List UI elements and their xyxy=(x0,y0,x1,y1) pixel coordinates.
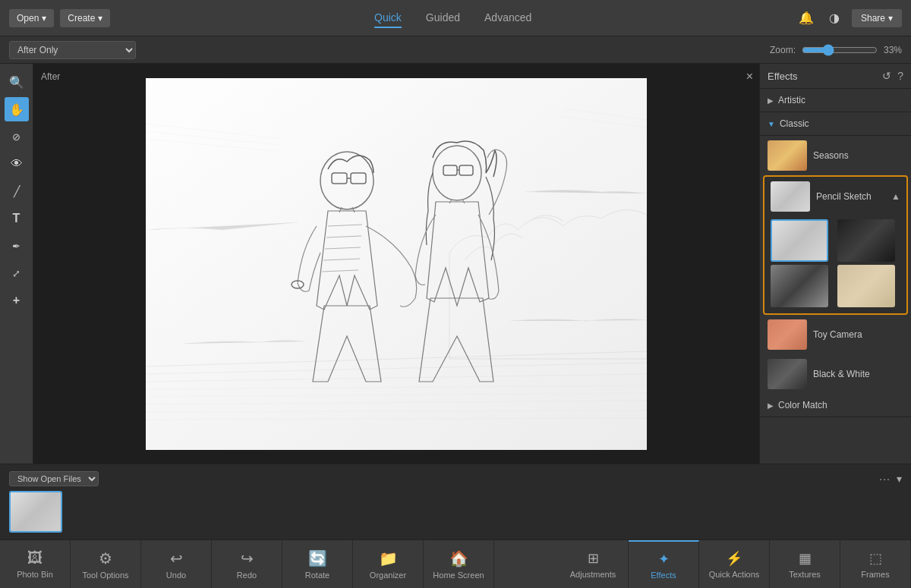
variant-4-thumbnail[interactable] xyxy=(837,265,895,307)
variant-2-thumbnail[interactable] xyxy=(837,219,895,262)
top-bar: Open ▾ Create ▾ Quick Guided Advanced 🔔 … xyxy=(0,0,911,36)
zoom-label: Zoom: xyxy=(770,45,796,55)
taskbar-textures[interactable]: ▦ Textures xyxy=(770,540,840,588)
toy-camera-effect-item[interactable]: Toy Camera xyxy=(760,315,911,354)
strip-controls: Show Open Files Show All ··· ▾ xyxy=(9,471,902,486)
taskbar-home-screen[interactable]: 🏠 Home Screen xyxy=(424,540,494,588)
textures-icon: ▦ xyxy=(799,550,812,567)
strip-more-button[interactable]: ··· xyxy=(879,473,891,485)
canvas-close-button[interactable]: × xyxy=(746,70,753,83)
effects-icon: ✦ xyxy=(658,551,670,568)
eye-tool[interactable]: 👁 xyxy=(5,152,29,176)
top-bar-right: 🔔 ◑ Share ▾ xyxy=(796,8,902,28)
classic-section: ▼ Classic Seasons Pencil Sketch ▲ xyxy=(760,112,911,394)
taskbar: 🖼 Photo Bin ⚙ Tool Options ↩ Undo ↪ Redo… xyxy=(0,539,911,588)
add-tool[interactable]: + xyxy=(5,288,29,313)
black-white-thumbnail xyxy=(768,359,807,389)
redo-icon: ↪ xyxy=(241,549,254,568)
create-chevron-icon: ▾ xyxy=(98,13,102,24)
photo-bin-label: Photo Bin xyxy=(17,570,53,579)
nav-tabs: Quick Guided Advanced xyxy=(110,8,796,28)
black-white-label: Black & White xyxy=(813,369,870,379)
brush-tool[interactable]: ╱ xyxy=(5,179,29,203)
panel-help-icon[interactable]: ? xyxy=(897,70,903,82)
toy-camera-thumbnail xyxy=(768,319,807,350)
strip-collapse-button[interactable]: ▾ xyxy=(897,473,902,485)
seasons-label: Seasons xyxy=(813,150,849,161)
seasons-effect-item[interactable]: Seasons xyxy=(760,136,911,175)
taskbar-effects[interactable]: ✦ Effects xyxy=(629,540,699,588)
quick-actions-icon: ⚡ xyxy=(726,550,742,567)
canvas-area: After × xyxy=(33,64,759,464)
view-select[interactable]: After Only Before Only Before & After Ho… xyxy=(9,41,136,59)
undo-label: Undo xyxy=(166,571,186,580)
hand-tool[interactable]: ✋ xyxy=(5,97,29,121)
notifications-icon[interactable]: 🔔 xyxy=(796,8,817,28)
textures-label: Textures xyxy=(789,570,821,579)
black-white-effect-item[interactable]: Black & White xyxy=(760,354,911,394)
color-match-section-header[interactable]: ▶ Color Match xyxy=(760,394,911,417)
theme-icon[interactable]: ◑ xyxy=(826,8,843,28)
effects-label: Effects xyxy=(651,571,676,580)
taskbar-frames[interactable]: ⬚ Frames xyxy=(840,540,911,588)
share-label: Share xyxy=(861,13,885,24)
taskbar-photo-bin[interactable]: 🖼 Photo Bin xyxy=(0,540,71,588)
strip-view-select[interactable]: Show Open Files Show All xyxy=(9,471,99,486)
pencil-sketch-label: Pencil Sketch xyxy=(816,191,872,202)
strip-thumbnails xyxy=(9,491,902,533)
open-chevron-icon: ▾ xyxy=(42,13,46,24)
redo-label: Redo xyxy=(237,571,257,580)
panel-title: Effects xyxy=(768,71,798,82)
quick-select-tool[interactable]: ⊘ xyxy=(5,124,29,149)
tab-guided[interactable]: Guided xyxy=(426,8,460,28)
rotate-icon: 🔄 xyxy=(308,549,327,568)
tab-advanced[interactable]: Advanced xyxy=(484,8,531,28)
zoom-tool[interactable]: 🔍 xyxy=(5,70,29,94)
classic-section-header[interactable]: ▼ Classic xyxy=(760,112,911,136)
taskbar-quick-actions[interactable]: ⚡ Quick Actions xyxy=(699,540,770,588)
share-button[interactable]: Share ▾ xyxy=(852,9,902,27)
classic-label: Classic xyxy=(780,118,809,129)
create-button[interactable]: Create ▾ xyxy=(60,9,110,27)
tab-quick[interactable]: Quick xyxy=(374,8,402,28)
rotate-label: Rotate xyxy=(305,571,329,580)
main-area: 🔍 ✋ ⊘ 👁 ╱ T ✒ ⤢ + After × xyxy=(0,64,911,464)
undo-icon: ↩ xyxy=(170,549,183,568)
quick-actions-label: Quick Actions xyxy=(709,570,760,579)
taskbar-undo[interactable]: ↩ Undo xyxy=(141,540,212,588)
crop-tool[interactable]: ⤢ xyxy=(5,261,29,285)
toy-camera-label: Toy Camera xyxy=(813,329,862,340)
frames-label: Frames xyxy=(861,570,889,579)
type-tool[interactable]: T xyxy=(5,206,29,231)
panel-refresh-icon[interactable]: ↺ xyxy=(882,70,891,82)
frames-icon: ⬚ xyxy=(869,550,882,567)
artistic-section-header[interactable]: ▶ Artistic xyxy=(760,89,911,112)
pencil-sketch-header[interactable]: Pencil Sketch ▲ xyxy=(764,177,906,216)
svg-rect-1 xyxy=(146,78,647,450)
pencil-sketch-collapse-icon: ▲ xyxy=(891,191,900,202)
home-screen-icon: 🏠 xyxy=(449,549,468,568)
strip-thumb-1[interactable] xyxy=(9,491,62,533)
tool-options-label: Tool Options xyxy=(82,571,128,580)
taskbar-adjustments[interactable]: ⊞ Adjustments xyxy=(558,540,629,588)
color-match-section: ▶ Color Match xyxy=(760,394,911,417)
variant-3-thumbnail[interactable] xyxy=(771,265,828,307)
share-chevron-icon: ▾ xyxy=(888,13,893,24)
zoom-slider[interactable] xyxy=(802,44,878,56)
photo-bin-icon: 🖼 xyxy=(27,549,43,567)
open-button[interactable]: Open ▾ xyxy=(9,9,54,27)
pencil-sketch-selected: Pencil Sketch ▲ xyxy=(763,175,908,315)
variant-1-thumbnail[interactable] xyxy=(771,219,828,262)
classic-chevron-icon: ▼ xyxy=(768,120,775,128)
organizer-icon: 📁 xyxy=(379,549,398,568)
left-toolbar: 🔍 ✋ ⊘ 👁 ╱ T ✒ ⤢ + xyxy=(0,64,33,464)
taskbar-redo[interactable]: ↪ Redo xyxy=(212,540,282,588)
color-match-chevron-icon: ▶ xyxy=(768,401,774,410)
eyedropper-tool[interactable]: ✒ xyxy=(5,234,29,258)
panel-header: Effects ↺ ? xyxy=(760,64,911,89)
taskbar-rotate[interactable]: 🔄 Rotate xyxy=(282,540,353,588)
taskbar-tool-options[interactable]: ⚙ Tool Options xyxy=(71,540,141,588)
taskbar-organizer[interactable]: 📁 Organizer xyxy=(353,540,424,588)
right-panel: Effects ↺ ? ▶ Artistic ▼ Classic Seasons xyxy=(759,64,911,464)
color-match-label: Color Match xyxy=(778,400,827,410)
